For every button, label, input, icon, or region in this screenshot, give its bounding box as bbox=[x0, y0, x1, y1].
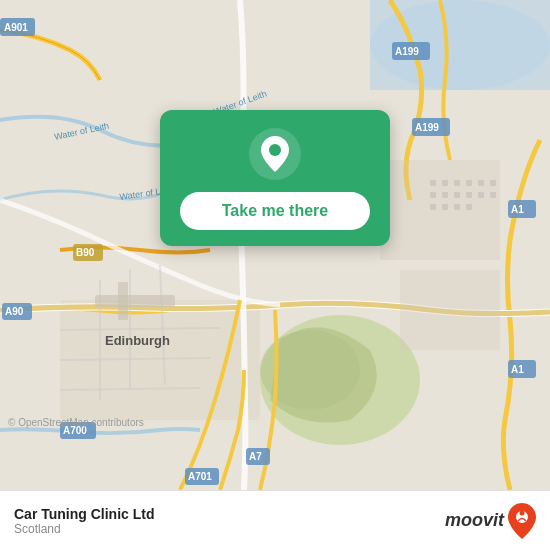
svg-rect-41 bbox=[442, 180, 448, 186]
svg-rect-42 bbox=[454, 180, 460, 186]
svg-rect-43 bbox=[430, 192, 436, 198]
location-card: Take me there bbox=[160, 110, 390, 246]
svg-rect-38 bbox=[95, 295, 175, 307]
take-me-there-button[interactable]: Take me there bbox=[180, 192, 370, 230]
svg-rect-55 bbox=[490, 192, 496, 198]
svg-text:A1: A1 bbox=[511, 204, 524, 215]
svg-rect-47 bbox=[442, 204, 448, 210]
moovit-logo: moovit bbox=[445, 503, 536, 539]
svg-text:A7: A7 bbox=[249, 451, 262, 462]
svg-text:A90: A90 bbox=[5, 306, 24, 317]
bottom-bar: Car Tuning Clinic Ltd Scotland moovit bbox=[0, 490, 550, 550]
location-pin-icon bbox=[249, 128, 301, 180]
svg-text:A701: A701 bbox=[188, 471, 212, 482]
svg-rect-44 bbox=[442, 192, 448, 198]
svg-rect-49 bbox=[466, 180, 472, 186]
svg-rect-46 bbox=[430, 204, 436, 210]
svg-text:A199: A199 bbox=[415, 122, 439, 133]
svg-rect-37 bbox=[400, 270, 500, 350]
svg-point-59 bbox=[520, 510, 525, 515]
svg-text:B90: B90 bbox=[76, 247, 95, 258]
svg-rect-48 bbox=[454, 204, 460, 210]
svg-text:A1: A1 bbox=[511, 364, 524, 375]
moovit-pin-icon bbox=[508, 503, 536, 539]
location-subtitle: Scotland bbox=[14, 522, 155, 536]
svg-rect-51 bbox=[466, 204, 472, 210]
map-container: A901 A199 A199 A1 A1 B90 A90 A700 A7 A70… bbox=[0, 0, 550, 490]
svg-rect-53 bbox=[478, 192, 484, 198]
svg-rect-52 bbox=[478, 180, 484, 186]
location-info: Car Tuning Clinic Ltd Scotland bbox=[14, 506, 155, 536]
moovit-text: moovit bbox=[445, 510, 504, 531]
svg-text:Edinburgh: Edinburgh bbox=[105, 333, 170, 348]
location-title: Car Tuning Clinic Ltd bbox=[14, 506, 155, 522]
svg-rect-40 bbox=[430, 180, 436, 186]
svg-rect-45 bbox=[454, 192, 460, 198]
svg-text:A199: A199 bbox=[395, 46, 419, 57]
svg-rect-36 bbox=[380, 160, 500, 260]
svg-rect-39 bbox=[118, 282, 128, 320]
svg-text:A901: A901 bbox=[4, 22, 28, 33]
svg-point-57 bbox=[269, 144, 281, 156]
svg-rect-54 bbox=[490, 180, 496, 186]
map-copyright: © OpenStreetMap contributors bbox=[8, 417, 144, 428]
svg-rect-50 bbox=[466, 192, 472, 198]
